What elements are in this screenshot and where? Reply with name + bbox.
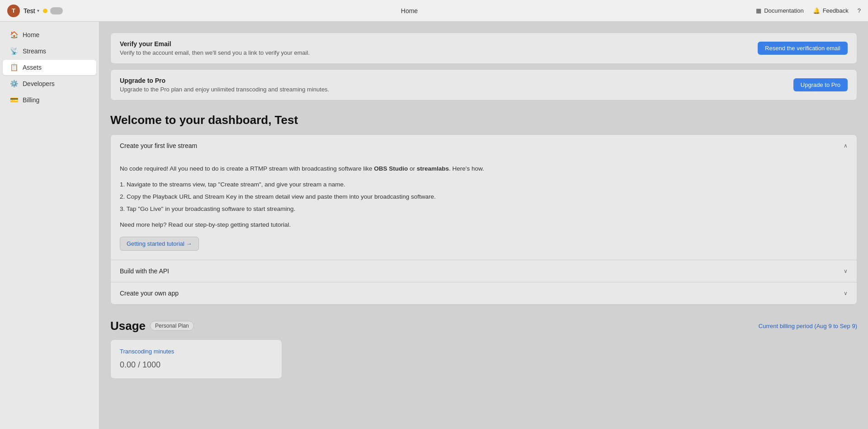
- sidebar-item-developers[interactable]: ⚙️Developers: [3, 76, 96, 91]
- accordion-label-build-api: Build with the API: [120, 267, 169, 275]
- sidebar-item-streams[interactable]: 📡Streams: [3, 43, 96, 59]
- accordion-label-create-stream: Create your first live stream: [120, 142, 197, 149]
- documentation-label: Documentation: [764, 7, 803, 14]
- documentation-link[interactable]: ▦ Documentation: [756, 7, 803, 14]
- layout: 🏠Home📡Streams📋Assets⚙️Developers💳Billing…: [0, 22, 868, 429]
- sidebar-item-assets[interactable]: 📋Assets: [3, 60, 96, 75]
- sidebar-label-streams: Streams: [23, 48, 46, 55]
- chevron-down-icon: ▾: [37, 8, 39, 13]
- main-content: Verify your Email Verify to the account …: [99, 22, 868, 429]
- chevron-up-icon: ∧: [844, 143, 848, 149]
- sidebar-label-assets: Assets: [23, 64, 42, 71]
- toggle-icon[interactable]: [50, 7, 63, 14]
- usage-title: Usage: [110, 319, 146, 333]
- accordion-help-text: Need more help? Read our step-by-step ge…: [120, 220, 848, 230]
- step-3: 3. Tap "Go Live" in your broadcasting so…: [120, 204, 848, 214]
- sidebar-icon-billing: 💳: [10, 96, 18, 104]
- upgrade-title: Upgrade to Pro: [120, 77, 329, 84]
- docs-icon: ▦: [756, 7, 761, 14]
- workspace-label: Test: [24, 7, 35, 14]
- usage-title-group: Usage Personal Plan: [110, 319, 194, 333]
- workspace-selector[interactable]: Test ▾: [24, 7, 39, 14]
- status-indicator: [43, 7, 63, 14]
- sidebar-icon-assets: 📋: [10, 63, 18, 72]
- streamlabs-link: streamlabs: [417, 165, 449, 172]
- accordion-intro: No code required! All you need to do is …: [120, 164, 848, 174]
- upgrade-desc: Upgrade to the Pro plan and enjoy unlimi…: [120, 86, 329, 93]
- plan-badge: Personal Plan: [150, 321, 194, 331]
- accordion-item-create-stream: Create your first live stream ∧ No code …: [111, 135, 857, 260]
- accordion-header-build-api[interactable]: Build with the API ∨: [111, 260, 857, 282]
- usage-card-value: 0.00 / 1000: [120, 358, 273, 370]
- upgrade-pro-button[interactable]: Upgrade to Pro: [793, 78, 848, 91]
- feedback-icon: 🔔: [813, 7, 820, 14]
- getting-started-tutorial-button[interactable]: Getting started tutorial →: [120, 237, 199, 251]
- accordion-label-create-app: Create your own app: [120, 290, 179, 297]
- feedback-link[interactable]: 🔔 Feedback: [813, 7, 849, 14]
- sidebar-icon-streams: 📡: [10, 47, 18, 55]
- usage-card-transcoding: Transcoding minutes 0.00 / 1000: [110, 339, 282, 379]
- accordion-body-create-stream: No code required! All you need to do is …: [111, 157, 857, 260]
- step-2: 2. Copy the Playback URL and Stream Key …: [120, 192, 848, 202]
- sidebar-label-billing: Billing: [23, 96, 39, 104]
- banner-text-upgrade: Upgrade to Pro Upgrade to the Pro plan a…: [120, 77, 329, 93]
- usage-value-number: 0.00: [120, 360, 136, 369]
- chevron-down-icon-2: ∨: [844, 290, 848, 296]
- welcome-title: Welcome to your dashboard, Test: [110, 113, 857, 127]
- sidebar: 🏠Home📡Streams📋Assets⚙️Developers💳Billing: [0, 22, 99, 429]
- help-button[interactable]: ?: [858, 7, 861, 14]
- upgrade-pro-banner: Upgrade to Pro Upgrade to the Pro plan a…: [110, 69, 857, 100]
- usage-value-max: / 1000: [136, 360, 160, 369]
- topbar-right: ▦ Documentation 🔔 Feedback ?: [756, 7, 861, 14]
- feedback-label: Feedback: [823, 7, 849, 14]
- resend-verification-button[interactable]: Resend the verification email: [758, 42, 848, 55]
- status-dot-icon: [43, 9, 47, 13]
- sidebar-item-billing[interactable]: 💳Billing: [3, 92, 96, 108]
- sidebar-item-home[interactable]: 🏠Home: [3, 27, 96, 43]
- breadcrumb: Home: [401, 7, 418, 14]
- verify-desc: Verify to the account email, then we'll …: [120, 49, 310, 56]
- accordion-header-create-stream[interactable]: Create your first live stream ∧: [111, 135, 857, 157]
- step-1: 1. Navigate to the streams view, tap "Cr…: [120, 180, 848, 190]
- usage-header: Usage Personal Plan Current billing peri…: [110, 319, 857, 333]
- banners: Verify your Email Verify to the account …: [110, 33, 857, 100]
- accordion-item-build-api: Build with the API ∨: [111, 260, 857, 282]
- usage-card-title: Transcoding minutes: [120, 348, 273, 355]
- chevron-down-icon: ∨: [844, 268, 848, 274]
- accordion-item-create-app: Create your own app ∨: [111, 282, 857, 304]
- banner-text-verify: Verify your Email Verify to the account …: [120, 40, 310, 56]
- avatar: T: [7, 5, 20, 17]
- obs-studio-link: OBS Studio: [374, 165, 408, 172]
- sidebar-label-home: Home: [23, 31, 39, 38]
- accordion-header-create-app[interactable]: Create your own app ∨: [111, 282, 857, 304]
- help-icon: ?: [858, 7, 861, 14]
- accordion: Create your first live stream ∧ No code …: [110, 134, 857, 305]
- topbar: T Test ▾ Home ▦ Documentation 🔔 Feedback…: [0, 0, 868, 22]
- sidebar-label-developers: Developers: [23, 80, 55, 87]
- sidebar-icon-home: 🏠: [10, 31, 18, 39]
- verify-email-banner: Verify your Email Verify to the account …: [110, 33, 857, 64]
- topbar-left: T Test ▾: [7, 5, 63, 17]
- sidebar-icon-developers: ⚙️: [10, 80, 18, 88]
- verify-title: Verify your Email: [120, 40, 310, 48]
- accordion-steps: 1. Navigate to the streams view, tap "Cr…: [120, 180, 848, 214]
- billing-period-link[interactable]: Current billing period (Aug 9 to Sep 9): [759, 323, 857, 329]
